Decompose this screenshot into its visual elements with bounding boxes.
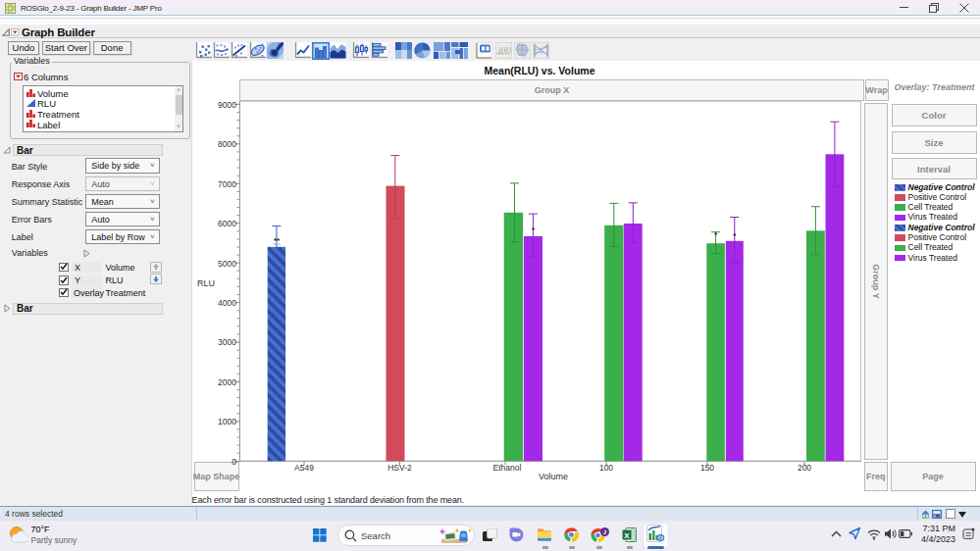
svg-text:J: J <box>602 529 605 535</box>
svg-text:**: ** <box>274 236 281 245</box>
svg-text:X: X <box>624 531 630 540</box>
svg-text:f(θ): f(θ) <box>498 45 511 55</box>
